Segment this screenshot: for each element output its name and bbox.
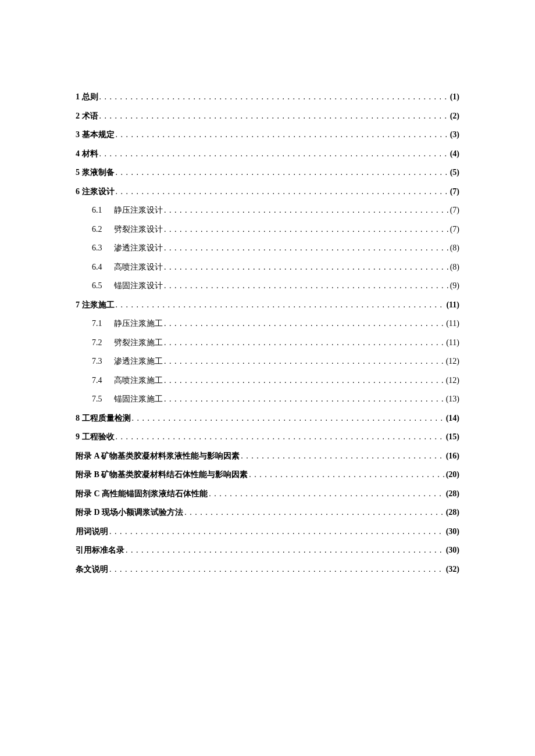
toc-entry-label: 附录 B 矿物基类胶凝材料结石体性能与影响因素: [76, 471, 248, 479]
toc-entry: 5 浆液制备(5): [76, 169, 459, 177]
toc-entry-title: 用词说明: [76, 527, 108, 536]
toc-entry-title: 7 注浆施工: [76, 300, 115, 309]
toc-entry-number: 7.3: [92, 357, 106, 366]
toc-entry-page: (9): [450, 282, 459, 290]
toc-entry-label: 7.1静压注浆施工: [92, 320, 163, 328]
toc-leader-dots: [164, 282, 449, 290]
toc-entry-page: (8): [450, 263, 459, 271]
toc-entry: 附录 B 矿物基类胶凝材料结石体性能与影响因素(20): [76, 471, 459, 479]
toc-entry-title: 8 工程质量检测: [76, 414, 131, 422]
toc-entry-label: 6 注浆设计: [76, 188, 115, 196]
toc-leader-dots: [116, 169, 449, 177]
toc-entry: 6.2劈裂注浆设计(7): [76, 225, 459, 234]
toc-entry-page: (28): [446, 508, 459, 517]
toc-entry: 6.4高喷注浆设计(8): [76, 263, 459, 271]
toc-entry-number: 6.5: [92, 282, 106, 290]
toc-entry: 引用标准名录(30): [76, 546, 459, 554]
toc-entry-number: 7.1: [92, 320, 106, 328]
toc-entry-label: 附录 D 现场小额调浆试验方法: [76, 508, 183, 517]
toc-entry-label: 条文说明: [76, 565, 108, 574]
toc-entry: 2 术语(2): [76, 112, 459, 120]
toc-entry-number: 6.1: [92, 206, 106, 214]
toc-leader-dots: [164, 206, 449, 214]
toc-leader-dots: [99, 150, 449, 158]
toc-entry-title: 2 术语: [76, 112, 98, 120]
toc-entry-title: 锚固注浆设计: [114, 282, 163, 290]
toc-entry: 6 注浆设计(7): [76, 188, 459, 196]
toc-entry-page: (16): [446, 452, 459, 460]
toc-entry-label: 6.4高喷注浆设计: [92, 263, 163, 271]
toc-entry-page: (7): [450, 225, 459, 234]
toc-leader-dots: [164, 395, 445, 403]
toc-leader-dots: [184, 508, 445, 517]
toc-entry-label: 3 基本规定: [76, 131, 115, 139]
toc-entry: 7.1静压注浆施工(11): [76, 320, 459, 328]
toc-entry-page: (2): [450, 112, 459, 120]
toc-entry-title: 附录 A 矿物基类胶凝材料浆液性能与影响因素: [76, 452, 240, 460]
toc-entry-page: (30): [446, 528, 459, 536]
toc-entry: 附录 D 现场小额调浆试验方法(28): [76, 508, 459, 517]
toc-entry-title: 3 基本规定: [76, 130, 115, 139]
toc-entry-label: 2 术语: [76, 112, 98, 120]
toc-entry: 8 工程质量检测(14): [76, 414, 459, 422]
toc-entry: 7.3渗透注浆施工(12): [76, 357, 459, 366]
toc-entry: 7.2劈裂注浆施工(11): [76, 339, 459, 347]
toc-entry-label: 9 工程验收: [76, 433, 115, 441]
toc-entry-label: 6.5锚固注浆设计: [92, 282, 163, 290]
toc-entry-number: 7.4: [92, 377, 106, 385]
toc-entry-label: 4 材料: [76, 150, 98, 158]
toc-entry-label: 7.5锚固注浆施工: [92, 395, 163, 403]
toc-entry-title: 附录 B 矿物基类胶凝材料结石体性能与影响因素: [76, 470, 248, 479]
toc-entry-label: 6.3渗透注浆设计: [92, 244, 163, 252]
toc-entry: 附录 C 高性能锚固剂浆液结石体性能(28): [76, 490, 459, 498]
toc-entry-title: 附录 D 现场小额调浆试验方法: [76, 508, 183, 517]
document-page: 1 总则(1)2 术语(2)3 基本规定(3)4 材料(4)5 浆液制备(5)6…: [0, 0, 535, 756]
toc-entry-page: (7): [450, 206, 459, 214]
toc-entry-page: (7): [450, 188, 459, 196]
toc-entry-title: 静压注浆施工: [114, 320, 163, 328]
toc-leader-dots: [99, 93, 449, 101]
toc-leader-dots: [209, 490, 445, 498]
toc-leader-dots: [116, 188, 449, 196]
toc-entry-label: 7.2劈裂注浆施工: [92, 339, 163, 347]
toc-entry-label: 7.3渗透注浆施工: [92, 357, 163, 366]
toc-entry-title: 高喷注浆施工: [114, 377, 163, 385]
toc-entry-page: (28): [446, 490, 459, 498]
toc-entry-label: 7.4高喷注浆施工: [92, 377, 163, 385]
toc-entry-title: 劈裂注浆施工: [114, 339, 163, 347]
toc-entry-page: (11): [446, 339, 459, 347]
toc-entry-page: (12): [446, 357, 459, 366]
toc-leader-dots: [109, 565, 445, 574]
toc-entry: 7.4高喷注浆施工(12): [76, 377, 459, 385]
toc-entry-title: 劈裂注浆设计: [114, 225, 163, 234]
toc-entry: 7.5锚固注浆施工(13): [76, 395, 459, 403]
toc-entry-page: (5): [450, 169, 459, 177]
toc-leader-dots: [116, 433, 445, 441]
toc-entry-title: 5 浆液制备: [76, 168, 115, 177]
toc-leader-dots: [132, 414, 445, 422]
toc-leader-dots: [126, 546, 445, 554]
toc-entry-title: 1 总则: [76, 92, 98, 101]
toc-entry-page: (32): [446, 565, 459, 574]
toc-entry-title: 6 注浆设计: [76, 187, 115, 196]
toc-leader-dots: [249, 471, 444, 479]
toc-leader-dots: [109, 528, 445, 536]
toc-entry: 附录 A 矿物基类胶凝材料浆液性能与影响因素(16): [76, 452, 459, 460]
toc-leader-dots: [164, 377, 445, 385]
toc-entry-title: 静压注浆设计: [114, 206, 163, 214]
toc-entry-title: 渗透注浆施工: [114, 357, 163, 366]
toc-entry-page: (30): [446, 546, 459, 554]
toc-entry-label: 6.1静压注浆设计: [92, 206, 163, 214]
toc-entry-page: (20): [446, 471, 459, 479]
toc-entry-page: (3): [450, 131, 459, 139]
toc-entry: 条文说明(32): [76, 565, 459, 574]
toc-entry-title: 附录 C 高性能锚固剂浆液结石体性能: [76, 489, 208, 498]
toc-entry-title: 4 材料: [76, 149, 98, 158]
toc-entry-number: 6.4: [92, 263, 106, 271]
toc-entry: 4 材料(4): [76, 150, 459, 158]
toc-entry: 3 基本规定(3): [76, 131, 459, 139]
toc-entry: 6.1静压注浆设计(7): [76, 206, 459, 214]
toc-entry-title: 渗透注浆设计: [114, 244, 163, 252]
toc-entry-number: 6.2: [92, 225, 106, 234]
toc-entry: 9 工程验收(15): [76, 433, 459, 441]
